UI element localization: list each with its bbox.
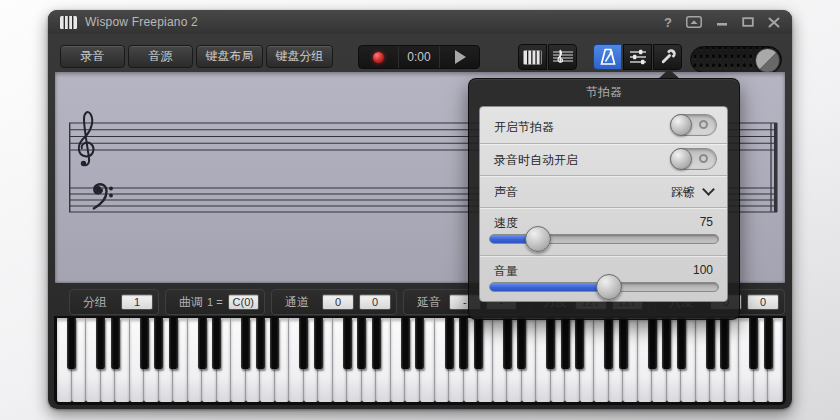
speed-label: 速度 <box>494 215 518 232</box>
piano-black-key[interactable] <box>503 318 512 369</box>
piano-black-key[interactable] <box>459 318 468 369</box>
piano-black-key[interactable] <box>299 318 308 369</box>
channel-field-left[interactable]: 0 <box>322 294 354 310</box>
toolbar: 录音 音源 键盘布局 键盘分组 0:00 <box>48 34 792 72</box>
enable-metronome-row: 开启节拍器 <box>480 107 727 144</box>
record-dot-icon <box>373 52 384 63</box>
piano-app-icon <box>60 16 77 29</box>
piano-black-key[interactable] <box>662 318 671 369</box>
piano-black-key[interactable] <box>270 318 279 369</box>
group-setting: 分组 1 <box>69 289 159 315</box>
volume-row: 音量 100 <box>480 256 727 303</box>
piano-black-key[interactable] <box>212 318 221 369</box>
auto-start-row: 录音时自动开启 <box>480 144 727 176</box>
piano-black-key[interactable] <box>96 318 105 369</box>
group-label: 分组 <box>83 294 107 311</box>
piano-black-key[interactable] <box>169 318 178 369</box>
piano-black-key[interactable] <box>706 318 715 369</box>
metronome-icon <box>597 47 619 67</box>
record-button[interactable] <box>359 46 398 68</box>
piano-black-key[interactable] <box>415 318 424 369</box>
key-label: 曲调 <box>179 294 203 311</box>
piano-black-key[interactable] <box>154 318 163 369</box>
piano-black-key[interactable] <box>256 318 265 369</box>
toggle-thumb <box>670 148 692 170</box>
musical-score-icon <box>552 49 574 65</box>
volume-knob[interactable] <box>755 48 780 73</box>
toggle-off-mark <box>699 154 708 163</box>
key-field[interactable]: C(0) <box>228 294 259 310</box>
auto-start-toggle[interactable] <box>670 148 717 170</box>
piano-black-key[interactable] <box>241 318 250 369</box>
speed-slider[interactable] <box>489 234 719 244</box>
play-icon <box>455 50 466 64</box>
piano-mode-button[interactable] <box>518 44 547 70</box>
wrench-icon <box>658 47 678 67</box>
piano-black-key[interactable] <box>401 318 410 369</box>
group-field[interactable]: 1 <box>121 294 153 310</box>
piano-black-key[interactable] <box>749 318 758 369</box>
piano-black-key[interactable] <box>677 318 686 369</box>
piano-black-key[interactable] <box>372 318 381 369</box>
channel-setting: 通道 0 0 <box>271 289 397 315</box>
speed-row: 速度 75 <box>480 208 727 256</box>
enable-metronome-toggle[interactable] <box>670 114 717 136</box>
minimize-button[interactable] <box>716 14 728 30</box>
speed-value: 75 <box>700 215 713 229</box>
piano-black-key[interactable] <box>314 318 323 369</box>
popup-body: 开启节拍器 录音时自动开启 声音 踩镲 速度 75 <box>479 106 728 302</box>
piano-black-key[interactable] <box>140 318 149 369</box>
piano-black-key[interactable] <box>648 318 657 369</box>
score-mode-button[interactable] <box>548 44 577 70</box>
piano-black-key[interactable] <box>604 318 613 369</box>
piano-black-key[interactable] <box>517 318 526 369</box>
final-barline <box>774 123 778 212</box>
piano-black-key[interactable] <box>474 318 483 369</box>
keyboard-frame <box>54 316 786 405</box>
piano-black-key[interactable] <box>619 318 628 369</box>
settings-button[interactable] <box>653 44 682 70</box>
piano-black-key[interactable] <box>561 318 570 369</box>
piano-black-key[interactable] <box>343 318 352 369</box>
piano-keyboard[interactable] <box>57 318 783 402</box>
close-button[interactable] <box>768 14 780 30</box>
volume-label: 音量 <box>494 263 518 280</box>
toggle-thumb <box>670 114 692 136</box>
octave-field-right[interactable]: 0 <box>747 294 779 310</box>
keyboard-group-button[interactable]: 键盘分组 <box>266 45 333 68</box>
piano-keys-icon <box>523 50 542 65</box>
maximize-button[interactable] <box>742 14 754 30</box>
piano-black-key[interactable] <box>67 318 76 369</box>
piano-black-key[interactable] <box>575 318 584 369</box>
record-menu-button[interactable]: 录音 <box>60 45 125 68</box>
play-button[interactable] <box>439 46 479 68</box>
speed-slider-thumb[interactable] <box>525 226 551 252</box>
key-prefix: 1 = <box>207 296 223 308</box>
enable-metronome-label: 开启节拍器 <box>494 119 554 136</box>
piano-black-key[interactable] <box>764 318 773 369</box>
sound-row[interactable]: 声音 踩镲 <box>480 176 727 208</box>
piano-black-key[interactable] <box>445 318 454 369</box>
volume-slider-thumb[interactable] <box>596 274 622 300</box>
treble-clef-icon <box>79 112 94 166</box>
piano-black-key[interactable] <box>357 318 366 369</box>
help-button[interactable]: ? <box>664 14 672 30</box>
piano-black-key[interactable] <box>720 318 729 369</box>
piano-black-key[interactable] <box>111 318 120 369</box>
window-title: Wispow Freepiano 2 <box>85 15 198 29</box>
piano-black-key[interactable] <box>546 318 555 369</box>
metronome-button[interactable] <box>593 44 622 70</box>
midi-controls-button[interactable] <box>623 44 652 70</box>
channel-field-right[interactable]: 0 <box>359 294 391 310</box>
sliders-icon <box>628 48 648 66</box>
sound-label: 声音 <box>494 184 518 201</box>
sound-source-button[interactable]: 音源 <box>128 45 193 68</box>
sustain-label: 延音 <box>417 294 441 311</box>
piano-black-key[interactable] <box>198 318 207 369</box>
app-window: Wispow Freepiano 2 ? 录音 <box>48 10 792 409</box>
keyboard-layout-button[interactable]: 键盘布局 <box>196 45 263 68</box>
volume-slider[interactable] <box>489 282 719 292</box>
minimize-to-tray-icon[interactable] <box>686 14 702 30</box>
transport-controls: 0:00 <box>358 45 480 69</box>
volume-slider-fill <box>490 283 609 291</box>
